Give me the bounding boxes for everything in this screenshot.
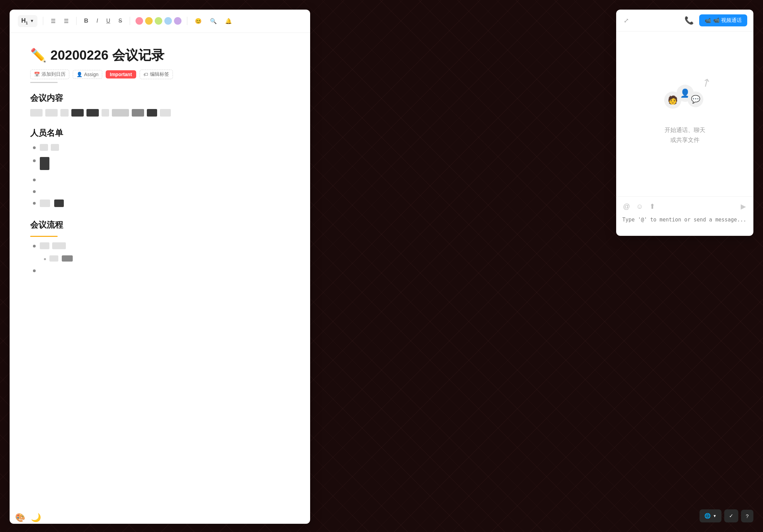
section-heading-people: 人员名单 <box>30 128 290 138</box>
chat-header: ⤢ 📞 📹 📹 视频通话 <box>616 10 753 32</box>
dark-mode-button[interactable]: 🌙 <box>31 513 41 522</box>
toolbar-separator-3 <box>130 17 130 25</box>
help-button[interactable]: ? <box>741 510 753 522</box>
color-blue[interactable] <box>164 17 172 25</box>
block-3 <box>60 109 69 117</box>
person-block-5a <box>40 200 50 207</box>
list-item-1 <box>30 144 290 152</box>
bell-icon: 🔔 <box>225 18 232 24</box>
emoji-picker-icon: ☺ <box>636 203 643 210</box>
video-icon: 📹 <box>705 17 711 24</box>
emoji-button[interactable]: 😊 <box>193 16 204 26</box>
chat-illustration: 🧑 👤 💬 <box>664 85 705 116</box>
person-block-2 <box>40 157 49 170</box>
video-label: 📹 视频通话 <box>713 17 742 24</box>
send-button[interactable]: ▶ <box>739 201 747 212</box>
heading-selector[interactable]: H1 ▼ <box>18 15 37 27</box>
bold-button[interactable]: B <box>82 16 90 26</box>
assign-button[interactable]: 👤 Assign <box>73 70 102 79</box>
important-tag[interactable]: Important <box>106 70 136 78</box>
chat-empty-state: ↗ 🧑 👤 💬 开始通话、聊天 或共享文件 <box>616 32 753 196</box>
bullet-5 <box>33 202 36 205</box>
emoji-picker-button[interactable]: ☺ <box>635 202 644 211</box>
color-yellow[interactable] <box>145 17 153 25</box>
underline-button[interactable]: U <box>104 16 113 25</box>
process-sub-item-1 <box>30 255 290 263</box>
list-item-4 <box>30 188 290 195</box>
notification-button[interactable]: 🔔 <box>223 16 234 26</box>
color-pink[interactable] <box>136 17 143 25</box>
assign-label: Assign <box>84 72 98 77</box>
upload-button[interactable]: ⬆ <box>649 202 656 211</box>
bullet-3 <box>33 179 36 181</box>
bullet-4 <box>33 190 36 193</box>
assign-person-icon: 👤 <box>77 72 82 77</box>
doc-tags-row: 📅 添加到日历 👤 Assign Important 🏷 编辑标签 <box>30 70 290 79</box>
section-process: 会议流程 <box>30 219 290 273</box>
globe-icon: 🌐 <box>704 513 711 519</box>
at-icon: @ <box>623 203 630 210</box>
phone-call-button[interactable]: 📞 <box>682 15 696 26</box>
block-7 <box>112 109 129 117</box>
chat-expand-button[interactable]: ⤢ <box>622 15 630 26</box>
title-text[interactable]: 20200226 会议记录 <box>50 47 164 64</box>
edit-tag-button[interactable]: 🏷 编辑标签 <box>140 70 173 79</box>
chat-empty-icons: ↗ 🧑 👤 💬 <box>664 83 705 117</box>
person-block-1b <box>51 144 59 151</box>
language-chevron: ▼ <box>713 514 717 518</box>
strikethrough-button[interactable]: S <box>116 16 124 25</box>
block-9 <box>147 109 157 117</box>
color-purple[interactable] <box>174 17 181 25</box>
heading-chevron: ▼ <box>30 19 34 23</box>
editor-toolbar: H1 ▼ ☰ ☰ B I U S <box>10 10 310 33</box>
tag-icon: 🏷 <box>143 72 148 77</box>
outdent-button[interactable]: ☰ <box>49 16 58 26</box>
check-icon: ✓ <box>729 513 733 519</box>
expand-icon: ⤢ <box>624 17 629 24</box>
chat-input-area: @ ☺ ⬆ ▶ <box>616 196 753 236</box>
italic-button[interactable]: I <box>94 16 100 25</box>
person-block-5b <box>54 200 64 207</box>
editor-content-area[interactable]: ✏️ 20200226 会议记录 📅 添加到日历 👤 Assign Import… <box>10 33 310 524</box>
list-item-3 <box>30 176 290 183</box>
outdent-icon: ☰ <box>51 18 56 24</box>
section-heading-content: 会议内容 <box>30 93 290 104</box>
proc-sub-b2 <box>62 255 73 262</box>
bullet-2 <box>33 159 36 162</box>
process-content-1 <box>40 242 66 251</box>
person-block-1a <box>40 144 48 151</box>
search-button[interactable]: 🔍 <box>208 16 219 26</box>
list-item-content-4 <box>40 188 67 195</box>
color-green[interactable] <box>155 17 162 25</box>
palette-button[interactable]: 🎨 <box>15 513 25 522</box>
underline-icon: U <box>106 18 110 24</box>
bullet-1 <box>33 146 36 149</box>
phone-icon: 📞 <box>684 16 694 25</box>
help-icon: ? <box>746 513 749 519</box>
title-underline <box>30 82 58 83</box>
indent-button[interactable]: ☰ <box>62 16 71 26</box>
important-label: Important <box>110 72 132 77</box>
process-sub-content-1 <box>49 255 73 263</box>
at-mention-button[interactable]: @ <box>622 202 631 211</box>
block-8 <box>132 109 144 117</box>
left-bottom-toolbar: 🎨 🌙 <box>15 513 41 522</box>
process-bullet-2 <box>33 269 36 272</box>
palette-icon: 🎨 <box>15 513 25 522</box>
calendar-icon: 📅 <box>34 72 40 77</box>
chat-header-actions: 📞 📹 📹 视频通话 <box>682 14 747 26</box>
video-call-button[interactable]: 📹 📹 视频通话 <box>699 14 747 26</box>
document-title: ✏️ 20200226 会议记录 <box>30 47 290 64</box>
proc-b1 <box>40 242 49 249</box>
add-calendar-button[interactable]: 📅 添加到日历 <box>30 70 69 79</box>
italic-icon: I <box>96 18 98 24</box>
check-button[interactable]: ✓ <box>724 509 738 522</box>
process-content-2 <box>40 267 60 273</box>
search-icon: 🔍 <box>210 18 217 24</box>
bold-icon: B <box>84 17 88 24</box>
process-bullet-1 <box>33 245 36 247</box>
strikethrough-icon: S <box>118 18 122 24</box>
language-button[interactable]: 🌐 ▼ <box>700 509 721 522</box>
block-2 <box>45 109 58 117</box>
chat-message-input[interactable] <box>616 214 753 234</box>
